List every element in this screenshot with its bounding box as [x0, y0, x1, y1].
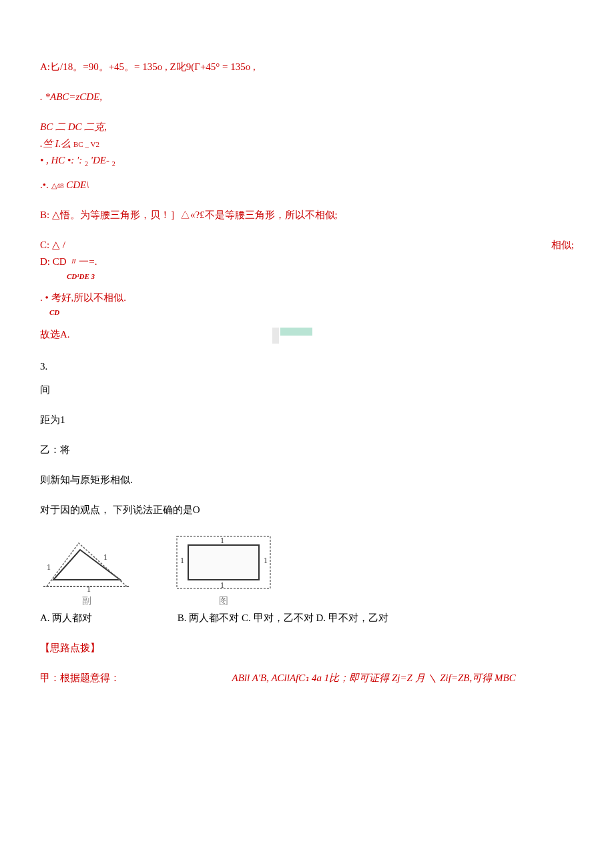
question-3-line-ju: 距为1	[40, 413, 574, 427]
svg-text:1: 1	[180, 556, 184, 565]
option-a: A. 两人都对	[40, 612, 92, 623]
solution-line-a: A:匕/18。=90。+45。= 135o , Z叱9(Γ+45° = 135o…	[40, 60, 574, 74]
question-3-line-jian: 间	[40, 383, 574, 397]
options-row: A. 两人都对 B. 两人都不对 C. 甲对，乙不对 D. 甲不对，乙对	[40, 611, 574, 625]
hint-body: 甲：根据题意得： ABll A'B, ACllAfC₁ 4a 1比；即可证得 Z…	[40, 671, 574, 685]
rectangle-svg: 1 1 1 1	[174, 533, 274, 593]
solution-answer-row: 故选A.	[40, 328, 574, 344]
text-c-left: C: △ /	[40, 238, 65, 252]
figure-caption-2: 图	[219, 594, 228, 608]
hint-jia: 甲：根据题意得：	[40, 673, 120, 683]
option-c: C. 甲对，乙不对	[242, 612, 314, 623]
hint-detail: ABll A'B, ACllAfC₁ 4a 1比；即可证得 Zj=Z 月 ＼ Z…	[232, 673, 516, 683]
question-number-3: 3.	[40, 360, 574, 374]
sub-2b: 2	[112, 160, 115, 167]
figure-rectangle: 1 1 1 1 图	[174, 533, 274, 608]
solution-line-cd: CD	[40, 308, 574, 318]
solution-line-d-sub: CD¹DE 3	[40, 272, 574, 282]
solution-answer: 故选A.	[40, 329, 70, 340]
text-part: 'DE-	[91, 155, 109, 165]
text-part-small: BC _ V2	[73, 140, 99, 148]
decorative-strip	[272, 328, 312, 344]
text-dots: .•.	[40, 179, 49, 190]
svg-text:1: 1	[103, 552, 107, 562]
solution-line-d: D: CD 〃一=.	[40, 255, 574, 269]
solution-line-bc-dc: BC 二 DC 二克,	[40, 120, 574, 134]
text-part: • , HC •: ':	[40, 155, 85, 165]
solution-line-ratio2: • , HC •: ': 2 'DE- 2	[40, 153, 574, 169]
question-3-prompt: 对于因的观点， 下列说法正确的是O	[40, 503, 574, 517]
hint-heading: 【思路点拨】	[40, 641, 574, 655]
sub-2: 2	[85, 160, 88, 167]
solution-line-c: C: △ / 相似;	[40, 238, 574, 252]
figure-set: 1 1 1 副 1 1 1 1 图	[40, 533, 574, 608]
question-3-line-similar: 则新知与原矩形相似.	[40, 473, 574, 487]
solution-line-b: B: △悟。为等腰三角形，贝！］△«?£不是等腰三角形，所以不相似;	[40, 208, 574, 222]
svg-text:1: 1	[264, 556, 268, 565]
option-b: B. 两人都不对	[178, 612, 240, 623]
text-c-right: 相似;	[551, 238, 574, 252]
solution-line-abc-cde: . *ABC=zCDE,	[40, 90, 574, 104]
text-cde: CDE\	[66, 179, 89, 190]
figure-triangle: 1 1 1 副	[40, 540, 133, 608]
solution-line-notsimilar: . • 考好,所以不相似.	[40, 291, 574, 305]
text-tri48: △48	[51, 181, 64, 189]
solution-line-ratio1: .竺 I.么 BC _ V2	[40, 137, 574, 151]
svg-text:1: 1	[220, 536, 224, 545]
svg-text:1: 1	[220, 580, 224, 590]
text-part: .竺 I.么	[40, 138, 73, 149]
triangle-svg: 1 1 1	[40, 540, 133, 593]
solution-line-triangle-cde: .•. △48 CDE\	[40, 178, 574, 192]
question-3-line-yi: 乙：将	[40, 443, 574, 457]
svg-rect-7	[188, 545, 259, 580]
svg-marker-1	[53, 550, 120, 580]
option-d: D. 甲不对，乙对	[316, 612, 388, 623]
figure-caption-1: 副	[82, 594, 91, 608]
svg-text:1: 1	[47, 562, 51, 572]
svg-text:1: 1	[87, 584, 91, 593]
